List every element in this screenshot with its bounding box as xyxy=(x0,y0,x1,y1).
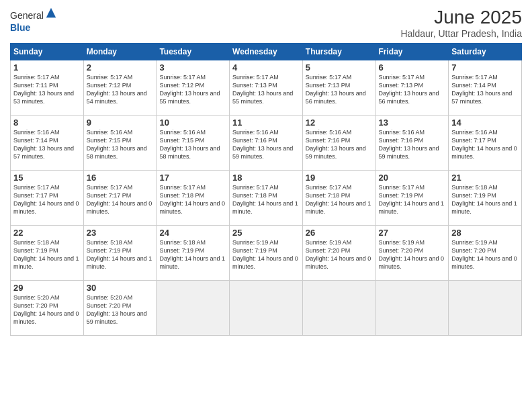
calendar-week-row: 29 Sunrise: 5:20 AM Sunset: 7:20 PM Dayl… xyxy=(11,281,522,336)
table-row: 7 Sunrise: 5:17 AM Sunset: 7:14 PM Dayli… xyxy=(449,60,522,116)
day-number: 11 xyxy=(232,118,300,128)
day-number: 16 xyxy=(87,173,154,183)
day-info: Sunrise: 5:16 AM Sunset: 7:16 PM Dayligh… xyxy=(306,128,373,161)
table-row xyxy=(157,281,230,336)
calendar-week-row: 1 Sunrise: 5:17 AM Sunset: 7:11 PM Dayli… xyxy=(11,60,522,116)
table-row: 12 Sunrise: 5:16 AM Sunset: 7:16 PM Dayl… xyxy=(302,116,375,171)
day-number: 6 xyxy=(379,62,446,73)
day-number: 3 xyxy=(159,62,226,73)
header: General Blue June 2025 Haldaur, Uttar Pr… xyxy=(10,7,522,39)
day-number: 10 xyxy=(159,118,226,128)
table-row: 5 Sunrise: 5:17 AM Sunset: 7:13 PM Dayli… xyxy=(302,60,375,116)
day-number: 14 xyxy=(451,118,519,128)
table-row: 16 Sunrise: 5:17 AM Sunset: 7:17 PM Dayl… xyxy=(83,171,157,226)
day-number: 30 xyxy=(87,283,154,293)
table-row: 8 Sunrise: 5:16 AM Sunset: 7:14 PM Dayli… xyxy=(11,116,84,171)
day-number: 17 xyxy=(159,173,226,183)
day-info: Sunrise: 5:17 AM Sunset: 7:11 PM Dayligh… xyxy=(13,73,81,106)
day-info: Sunrise: 5:17 AM Sunset: 7:18 PM Dayligh… xyxy=(159,183,226,216)
day-number: 29 xyxy=(13,283,81,293)
day-info: Sunrise: 5:16 AM Sunset: 7:16 PM Dayligh… xyxy=(232,128,300,161)
day-info: Sunrise: 5:19 AM Sunset: 7:19 PM Dayligh… xyxy=(232,238,300,271)
day-info: Sunrise: 5:17 AM Sunset: 7:12 PM Dayligh… xyxy=(159,73,226,106)
table-row: 15 Sunrise: 5:17 AM Sunset: 7:17 PM Dayl… xyxy=(11,171,84,226)
col-monday: Monday xyxy=(83,44,157,60)
day-number: 21 xyxy=(451,173,519,183)
table-row: 25 Sunrise: 5:19 AM Sunset: 7:19 PM Dayl… xyxy=(230,226,303,281)
table-row: 18 Sunrise: 5:17 AM Sunset: 7:18 PM Dayl… xyxy=(230,171,303,226)
day-number: 15 xyxy=(13,173,81,183)
table-row: 26 Sunrise: 5:19 AM Sunset: 7:20 PM Dayl… xyxy=(302,226,375,281)
day-info: Sunrise: 5:17 AM Sunset: 7:14 PM Dayligh… xyxy=(451,73,519,106)
table-row: 23 Sunrise: 5:18 AM Sunset: 7:19 PM Dayl… xyxy=(83,226,157,281)
table-row xyxy=(449,281,522,336)
col-saturday: Saturday xyxy=(449,44,522,60)
col-thursday: Thursday xyxy=(302,44,375,60)
calendar-header-row: Sunday Monday Tuesday Wednesday Thursday… xyxy=(11,44,522,60)
day-number: 23 xyxy=(87,228,154,238)
table-row: 27 Sunrise: 5:19 AM Sunset: 7:20 PM Dayl… xyxy=(375,226,449,281)
table-row: 2 Sunrise: 5:17 AM Sunset: 7:12 PM Dayli… xyxy=(83,60,157,116)
day-number: 4 xyxy=(232,62,300,73)
logo: General Blue xyxy=(10,7,57,34)
day-number: 25 xyxy=(232,228,300,238)
col-wednesday: Wednesday xyxy=(230,44,303,60)
day-number: 8 xyxy=(13,118,81,128)
day-info: Sunrise: 5:19 AM Sunset: 7:20 PM Dayligh… xyxy=(379,238,446,271)
page: General Blue June 2025 Haldaur, Uttar Pr… xyxy=(0,0,532,411)
day-info: Sunrise: 5:18 AM Sunset: 7:19 PM Dayligh… xyxy=(451,183,519,216)
logo-blue: Blue xyxy=(10,22,30,33)
table-row xyxy=(375,281,449,336)
day-info: Sunrise: 5:16 AM Sunset: 7:16 PM Dayligh… xyxy=(379,128,446,161)
table-row: 11 Sunrise: 5:16 AM Sunset: 7:16 PM Dayl… xyxy=(230,116,303,171)
day-number: 2 xyxy=(87,62,154,73)
table-row: 4 Sunrise: 5:17 AM Sunset: 7:13 PM Dayli… xyxy=(230,60,303,116)
day-number: 13 xyxy=(379,118,446,128)
logo-icon xyxy=(45,7,57,19)
day-number: 22 xyxy=(13,228,81,238)
day-info: Sunrise: 5:17 AM Sunset: 7:13 PM Dayligh… xyxy=(232,73,300,106)
day-info: Sunrise: 5:19 AM Sunset: 7:20 PM Dayligh… xyxy=(306,238,373,271)
day-info: Sunrise: 5:17 AM Sunset: 7:18 PM Dayligh… xyxy=(306,183,373,216)
day-info: Sunrise: 5:17 AM Sunset: 7:17 PM Dayligh… xyxy=(13,183,81,216)
day-number: 18 xyxy=(232,173,300,183)
calendar-week-row: 22 Sunrise: 5:18 AM Sunset: 7:19 PM Dayl… xyxy=(11,226,522,281)
day-number: 1 xyxy=(13,62,81,73)
calendar-week-row: 8 Sunrise: 5:16 AM Sunset: 7:14 PM Dayli… xyxy=(11,116,522,171)
title-block: June 2025 Haldaur, Uttar Pradesh, India xyxy=(400,7,522,39)
table-row: 29 Sunrise: 5:20 AM Sunset: 7:20 PM Dayl… xyxy=(11,281,84,336)
table-row: 13 Sunrise: 5:16 AM Sunset: 7:16 PM Dayl… xyxy=(375,116,449,171)
table-row: 14 Sunrise: 5:16 AM Sunset: 7:17 PM Dayl… xyxy=(449,116,522,171)
calendar-week-row: 15 Sunrise: 5:17 AM Sunset: 7:17 PM Dayl… xyxy=(11,171,522,226)
day-info: Sunrise: 5:18 AM Sunset: 7:19 PM Dayligh… xyxy=(87,238,154,271)
col-tuesday: Tuesday xyxy=(157,44,230,60)
logo-general: General xyxy=(10,10,44,21)
table-row: 21 Sunrise: 5:18 AM Sunset: 7:19 PM Dayl… xyxy=(449,171,522,226)
table-row: 20 Sunrise: 5:17 AM Sunset: 7:19 PM Dayl… xyxy=(375,171,449,226)
day-number: 24 xyxy=(159,228,226,238)
table-row: 30 Sunrise: 5:20 AM Sunset: 7:20 PM Dayl… xyxy=(83,281,157,336)
day-number: 26 xyxy=(306,228,373,238)
table-row xyxy=(302,281,375,336)
table-row: 17 Sunrise: 5:17 AM Sunset: 7:18 PM Dayl… xyxy=(157,171,230,226)
table-row xyxy=(230,281,303,336)
table-row: 10 Sunrise: 5:16 AM Sunset: 7:15 PM Dayl… xyxy=(157,116,230,171)
page-subtitle: Haldaur, Uttar Pradesh, India xyxy=(400,28,522,39)
day-info: Sunrise: 5:17 AM Sunset: 7:13 PM Dayligh… xyxy=(306,73,373,106)
day-info: Sunrise: 5:17 AM Sunset: 7:19 PM Dayligh… xyxy=(379,183,446,216)
day-number: 12 xyxy=(306,118,373,128)
day-info: Sunrise: 5:20 AM Sunset: 7:20 PM Dayligh… xyxy=(87,293,154,326)
day-info: Sunrise: 5:17 AM Sunset: 7:17 PM Dayligh… xyxy=(87,183,154,216)
day-info: Sunrise: 5:16 AM Sunset: 7:17 PM Dayligh… xyxy=(451,128,519,161)
page-title: June 2025 xyxy=(400,7,522,28)
day-info: Sunrise: 5:20 AM Sunset: 7:20 PM Dayligh… xyxy=(13,293,81,326)
day-info: Sunrise: 5:17 AM Sunset: 7:18 PM Dayligh… xyxy=(232,183,300,216)
col-friday: Friday xyxy=(375,44,449,60)
day-number: 19 xyxy=(306,173,373,183)
table-row: 1 Sunrise: 5:17 AM Sunset: 7:11 PM Dayli… xyxy=(11,60,84,116)
day-info: Sunrise: 5:16 AM Sunset: 7:15 PM Dayligh… xyxy=(159,128,226,161)
svg-marker-0 xyxy=(46,8,56,17)
table-row: 6 Sunrise: 5:17 AM Sunset: 7:13 PM Dayli… xyxy=(375,60,449,116)
day-info: Sunrise: 5:18 AM Sunset: 7:19 PM Dayligh… xyxy=(159,238,226,271)
day-number: 9 xyxy=(87,118,154,128)
